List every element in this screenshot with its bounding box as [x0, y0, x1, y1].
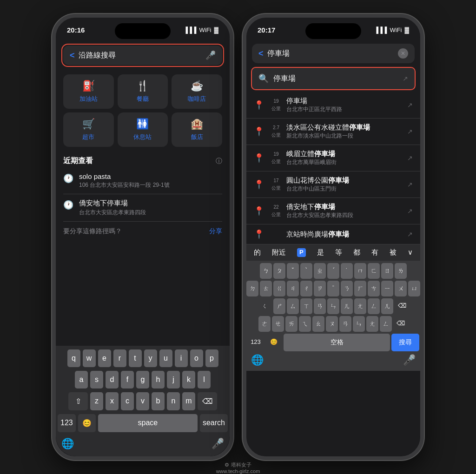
key-s[interactable]: s	[90, 371, 103, 388]
key-n[interactable]: n	[167, 392, 180, 410]
key-bpmf-52[interactable]: ㄝ	[272, 316, 284, 332]
key-bpmf-4[interactable]: ˋ	[300, 263, 312, 279]
back-button-right[interactable]: <	[258, 49, 264, 59]
key-bpmf-49[interactable]: ㄥ	[368, 298, 380, 314]
key-bpmf-42[interactable]: ㄕ	[273, 298, 285, 314]
key-a[interactable]: a	[75, 371, 88, 388]
key-emoji[interactable]: 😊	[78, 414, 96, 432]
category-rest-stop[interactable]: 🚻 休息站	[118, 112, 168, 147]
key-bpmf-43[interactable]: ㄙ	[287, 298, 299, 314]
clear-button-right[interactable]: ✕	[398, 48, 408, 59]
pred-7[interactable]: 被	[390, 248, 397, 257]
category-gas[interactable]: ⛽ 加油站	[63, 74, 114, 109]
pred-parking-badge[interactable]: P	[297, 248, 306, 257]
pred-6[interactable]: 有	[371, 248, 378, 257]
key-bpmf-55[interactable]: ㄠ	[312, 316, 324, 332]
key-m[interactable]: m	[182, 392, 195, 410]
globe-icon[interactable]: 🌐	[61, 438, 74, 450]
key-bpmf-48[interactable]: ㄤ	[354, 298, 366, 314]
key-search[interactable]: search	[200, 414, 228, 432]
key-z[interactable]: z	[90, 392, 103, 410]
globe-icon-right[interactable]: 🌐	[251, 354, 264, 366]
key-w[interactable]: w	[83, 349, 96, 367]
mic-icon-bottom[interactable]: 🎤	[212, 438, 224, 450]
key-bpmf-6[interactable]: ˊ	[327, 263, 339, 279]
key-bpmf-33[interactable]: ㄩ	[408, 281, 420, 296]
key-bpmf-27[interactable]: ˉ	[327, 281, 339, 296]
key-emoji-right[interactable]: 😊	[265, 334, 282, 351]
key-bpmf-32[interactable]: ㄨ	[395, 281, 407, 296]
key-b[interactable]: b	[152, 392, 165, 410]
category-cafe[interactable]: ☕ 咖啡店	[172, 74, 222, 109]
key-bpmf-60[interactable]: ㄥ	[380, 316, 392, 332]
key-u[interactable]: u	[159, 349, 172, 367]
recent-item-parking[interactable]: 🕐 僑安地下停車場 台北市大安區忠孝東路四段	[63, 194, 222, 222]
key-bpmf-21[interactable]: ㄉ	[246, 281, 258, 296]
key-x[interactable]: x	[106, 392, 119, 410]
key-bpmf-54[interactable]: ㄟ	[299, 316, 311, 332]
key-bpmf-8[interactable]: ㄇ	[354, 263, 366, 279]
key-bpmf-31[interactable]: ㄧ	[381, 281, 393, 296]
key-bpmf-24[interactable]: ㄐ	[287, 281, 299, 296]
key-bpmf-29[interactable]: ㄏ	[354, 281, 366, 296]
key-bpmf-47[interactable]: ㄦ	[341, 298, 353, 314]
key-space[interactable]: space	[98, 414, 198, 432]
key-p[interactable]: p	[205, 349, 218, 367]
recent-item-pasta[interactable]: 🕐 solo pasta 106 台北市大安區安和路一段 29-1號	[63, 168, 222, 194]
share-button[interactable]: 分享	[209, 227, 222, 236]
key-bpmf-25[interactable]: ㄔ	[300, 281, 312, 296]
key-bpmf-58[interactable]: ㄣ	[353, 316, 365, 332]
key-l[interactable]: l	[198, 371, 211, 388]
key-f[interactable]: f	[121, 371, 134, 388]
key-bpmf-50[interactable]: ㄦ	[381, 298, 393, 314]
key-bpmf-45[interactable]: ㄢ	[314, 298, 326, 314]
key-search-right[interactable]: 搜尋	[391, 334, 419, 351]
key-space-right[interactable]: 空格	[284, 334, 390, 351]
pred-1[interactable]: 的	[254, 248, 261, 257]
key-j[interactable]: j	[167, 371, 180, 388]
key-bpmf-30[interactable]: ㄘ	[368, 281, 380, 296]
mic-button-left[interactable]: 🎤	[205, 50, 216, 60]
key-bpmf-46[interactable]: ㄣ	[327, 298, 339, 314]
key-bpmf-10[interactable]: ㄖ	[381, 263, 393, 279]
key-k[interactable]: k	[182, 371, 195, 388]
key-num-left[interactable]: 123	[58, 414, 76, 432]
pred-4[interactable]: 等	[335, 248, 342, 257]
key-d[interactable]: d	[106, 371, 119, 388]
key-y[interactable]: y	[144, 349, 157, 367]
key-bpmf-1[interactable]: ㄅ	[260, 263, 272, 279]
key-r[interactable]: r	[113, 349, 126, 367]
result-item-1[interactable]: 📍 19 公里 停車場 台北市中正區北平西路 ↗	[246, 92, 420, 118]
key-bpmf-backspace[interactable]: ⌫	[395, 298, 410, 314]
key-bpmf-28[interactable]: ㄋ	[341, 281, 353, 296]
key-bpmf-backspace2[interactable]: ⌫	[393, 316, 408, 332]
key-bpmf-57[interactable]: ㄢ	[339, 316, 351, 332]
key-bpmf-11[interactable]: ㄌ	[395, 263, 407, 279]
key-bpmf-53[interactable]: ㄞ	[285, 316, 298, 332]
back-button-left[interactable]: <	[70, 51, 75, 60]
key-i[interactable]: i	[175, 349, 188, 367]
search-bar-right[interactable]: < 停車場 ✕	[252, 44, 415, 63]
info-icon[interactable]: ⓘ	[216, 157, 222, 165]
key-bpmf-56[interactable]: ㄡ	[326, 316, 338, 332]
key-h[interactable]: h	[152, 371, 165, 388]
category-restaurant[interactable]: 🍴 餐廳	[118, 74, 168, 109]
pred-3[interactable]: 是	[317, 248, 324, 257]
key-bpmf-59[interactable]: ㄤ	[366, 316, 378, 332]
key-bpmf-7[interactable]: ˙	[341, 263, 353, 279]
key-c[interactable]: c	[121, 392, 134, 410]
key-t[interactable]: t	[129, 349, 142, 367]
key-bpmf-5[interactable]: ㄓ	[314, 263, 326, 279]
key-bpmf-23[interactable]: ㄍ	[273, 281, 285, 296]
category-hotel[interactable]: 🏨 飯店	[172, 112, 222, 147]
first-result-highlighted[interactable]: 🔍 停車場 ↗	[251, 67, 416, 90]
key-backspace[interactable]: ⌫	[198, 392, 217, 410]
key-bpmf-51[interactable]: ㄜ	[258, 316, 271, 332]
result-item-2[interactable]: 📍 2.7 公里 淡水區公有水碰立體停車場 新北市淡水區中山北路一段 ↗	[246, 118, 420, 145]
pred-2[interactable]: 附近	[272, 248, 286, 257]
mic-icon-right[interactable]: 🎤	[403, 354, 416, 366]
result-item-4[interactable]: 📍 17 公里 圓山花博公園停車場 台北市中山區玉門街 ↗	[246, 171, 420, 198]
search-input-left[interactable]: 沿路線搜尋	[79, 51, 202, 60]
result-item-5[interactable]: 📍 22 公里 僑安地下停車場 台北市大安區忠孝東路四段 ↗	[246, 198, 420, 224]
search-input-right[interactable]: 停車場	[267, 49, 394, 59]
